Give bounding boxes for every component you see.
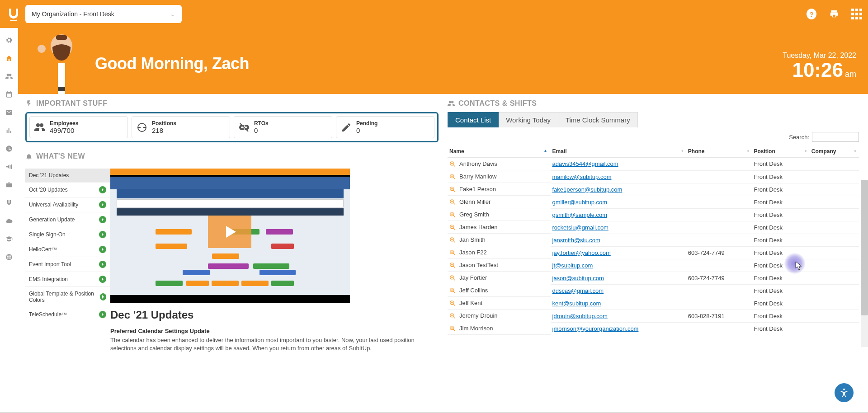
mail-icon[interactable] xyxy=(5,108,13,117)
gear-icon[interactable] xyxy=(5,36,13,44)
org-selector[interactable]: My Organization - Front Desk ⌄ xyxy=(25,5,182,23)
contact-name: Anthony Davis xyxy=(459,160,497,167)
card-value: 218 xyxy=(152,127,176,134)
magnify-icon[interactable] xyxy=(449,300,456,306)
magnify-icon[interactable] xyxy=(449,287,456,294)
cell-company xyxy=(810,221,859,234)
col-label: Phone xyxy=(688,148,705,155)
chart-icon[interactable] xyxy=(5,127,13,135)
apps-icon[interactable] xyxy=(852,9,862,19)
home-icon[interactable] xyxy=(5,54,13,62)
search-input[interactable] xyxy=(812,132,859,142)
col-phone[interactable]: Phone♦ xyxy=(686,145,752,158)
globe-icon[interactable] xyxy=(5,253,13,261)
whatsnew-item[interactable]: Generation Update xyxy=(25,212,110,227)
email-link[interactable]: jt@subitup.com xyxy=(552,262,593,269)
table-row: Glenn Millergmiller@subitup.comFront Des… xyxy=(448,196,859,208)
email-link[interactable]: fake1person@subitup.com xyxy=(552,186,623,193)
video-player[interactable] xyxy=(110,169,350,303)
briefcase-icon[interactable] xyxy=(5,181,13,189)
header-actions: ? xyxy=(807,9,862,19)
tab-contact-list[interactable]: Contact List xyxy=(448,112,499,127)
users-icon[interactable] xyxy=(5,72,13,80)
card-employees[interactable]: Employees499/700 xyxy=(29,116,128,138)
whatsnew-item[interactable]: Dec '21 Updates xyxy=(25,169,110,183)
accessibility-fab[interactable] xyxy=(835,383,854,402)
whatsnew-item[interactable]: Event Import Tool xyxy=(25,257,110,272)
cell-name: Glenn Miller xyxy=(448,196,551,208)
important-cards: Employees499/700 Positions218 RTOs0 Pend… xyxy=(25,112,439,142)
col-name[interactable]: Name▲ xyxy=(448,145,551,158)
card-pending[interactable]: Pending0 xyxy=(336,116,434,138)
logo[interactable] xyxy=(6,7,21,21)
magnify-icon[interactable] xyxy=(449,174,456,180)
whatsnew-item-label: Event Import Tool xyxy=(29,261,71,268)
cell-position: Front Desk xyxy=(752,246,809,259)
cell-name: Jan Smith xyxy=(448,234,551,246)
contacts-title: CONTACTS & SHIFTS xyxy=(448,99,859,108)
magnify-icon[interactable] xyxy=(449,224,456,230)
col-label: Name xyxy=(449,148,464,155)
email-link[interactable]: adavis34544@gmail.com xyxy=(552,160,618,167)
help-icon[interactable]: ? xyxy=(807,9,816,19)
magnify-icon[interactable] xyxy=(449,275,456,281)
magnify-icon[interactable] xyxy=(449,249,456,256)
print-icon[interactable] xyxy=(829,9,839,19)
scrollbar[interactable] xyxy=(861,180,868,347)
magnify-icon[interactable] xyxy=(449,161,456,167)
email-link[interactable]: ddscas@gmail.com xyxy=(552,287,604,294)
cell-position: Front Desk xyxy=(752,297,809,310)
whatsnew-item[interactable]: EMS Integration xyxy=(25,272,110,287)
magnify-icon[interactable] xyxy=(449,262,456,268)
cell-name: Jeremy Drouin xyxy=(448,310,551,322)
card-rtos[interactable]: RTOs0 xyxy=(234,116,332,138)
clock-icon[interactable] xyxy=(5,145,13,153)
email-link[interactable]: kent@subitup.com xyxy=(552,300,601,307)
email-link[interactable]: jmorrison@yourorganization.com xyxy=(552,325,639,332)
table-row: Jan Smithjansmith@siu.comFront Desk xyxy=(448,234,859,246)
email-link[interactable]: gsmith@sample.com xyxy=(552,211,608,218)
magnify-icon[interactable] xyxy=(449,237,456,243)
card-positions[interactable]: Positions218 xyxy=(132,116,230,138)
tab-working-today[interactable]: Working Today xyxy=(499,112,558,127)
email-link[interactable]: manilow@subitup.com xyxy=(552,174,612,180)
magnify-icon[interactable] xyxy=(449,211,456,218)
megaphone-icon[interactable] xyxy=(5,163,13,171)
email-link[interactable]: gmiller@subitup.com xyxy=(552,199,608,206)
contact-name: Jason TestTest xyxy=(459,262,498,268)
whatsnew-item[interactable]: HelloCert™ xyxy=(25,242,110,257)
cell-name: Jeff Kent xyxy=(448,297,551,310)
graduation-icon[interactable] xyxy=(5,235,13,243)
whatsnew-item[interactable]: TeleSchedule™ xyxy=(25,307,110,322)
whatsnew-item-label: Generation Update xyxy=(29,216,75,223)
left-column: IMPORTANT STUFF Employees499/700 Positio… xyxy=(18,94,443,413)
email-link[interactable]: jason@subitup.com xyxy=(552,275,604,282)
magnify-icon[interactable] xyxy=(449,325,456,332)
whatsnew-item-label: Dec '21 Updates xyxy=(29,172,69,178)
email-link[interactable]: jay.fortier@yahoo.com xyxy=(552,249,611,256)
magnet-icon[interactable] xyxy=(5,199,13,207)
tab-time-clock-summary[interactable]: Time Clock Summary xyxy=(558,112,638,127)
magnify-icon[interactable] xyxy=(449,313,456,319)
org-selector-label: My Organization - Front Desk xyxy=(32,10,114,18)
email-link[interactable]: jansmith@siu.com xyxy=(552,237,600,244)
col-company[interactable]: Company♦ xyxy=(810,145,859,158)
magnify-icon[interactable] xyxy=(449,186,456,192)
col-email[interactable]: Email♦ xyxy=(551,145,686,158)
cell-name: Jay Fortier xyxy=(448,272,551,284)
email-link[interactable]: jdrouin@subitup.com xyxy=(552,313,608,319)
email-link[interactable]: rocketsiu@gmail.com xyxy=(552,224,609,231)
cell-company xyxy=(810,158,859,171)
cell-name: Jason F22 xyxy=(448,246,551,259)
col-position[interactable]: Position♦ xyxy=(752,145,809,158)
cloud-icon[interactable] xyxy=(5,217,13,225)
whatsnew-item[interactable]: Single Sign-On xyxy=(25,227,110,242)
magnify-icon[interactable] xyxy=(449,199,456,205)
calendar-icon[interactable] xyxy=(5,90,13,99)
whatsnew-item[interactable]: Universal Availability xyxy=(25,197,110,212)
important-title: IMPORTANT STUFF xyxy=(25,99,439,108)
whatsnew-item[interactable]: Global Template & Position Colors xyxy=(25,287,110,307)
whatsnew-item[interactable]: Oct '20 Updates xyxy=(25,183,110,197)
main: Good Morning, Zach Tuesday, Mar 22, 2022… xyxy=(18,28,868,413)
cell-email: jason@subitup.com xyxy=(551,272,686,284)
